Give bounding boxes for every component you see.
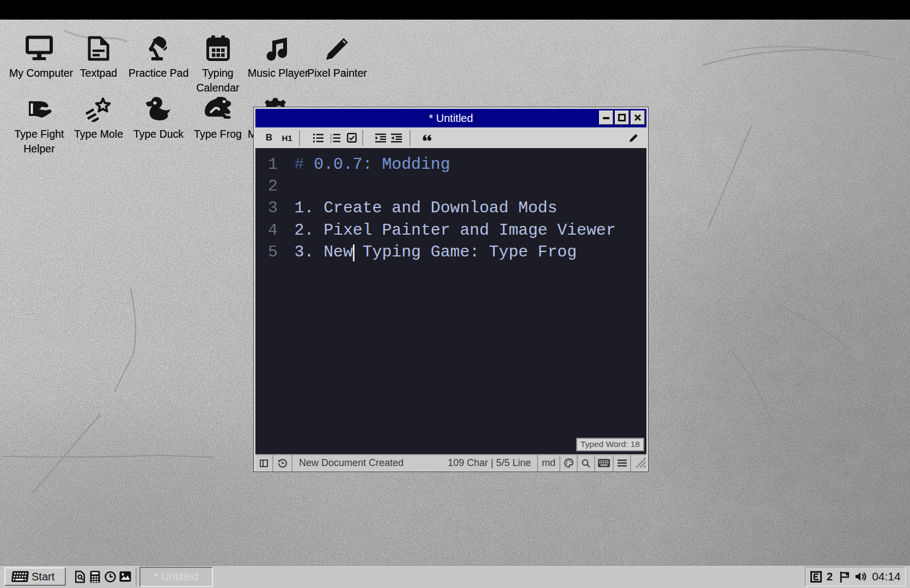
svg-text:1: 1 (330, 133, 332, 137)
svg-text:2: 2 (330, 137, 332, 140)
svg-text:3: 3 (330, 140, 332, 143)
